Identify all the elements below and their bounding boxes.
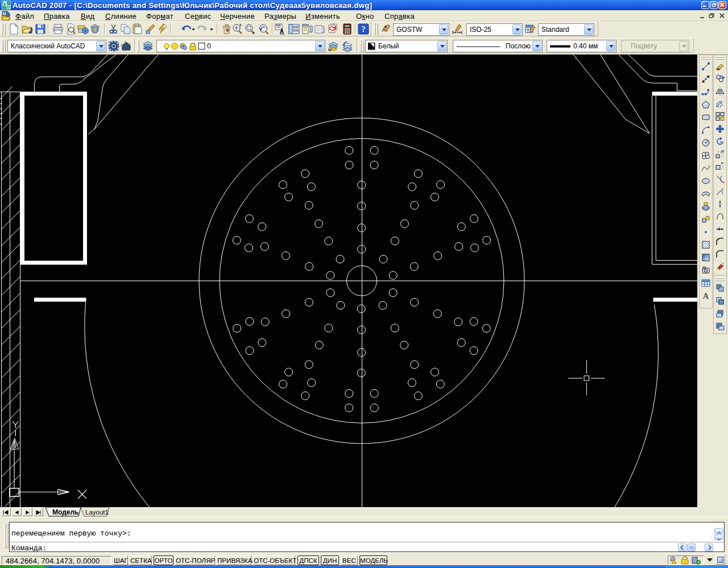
svg-text:Модель: Модель	[52, 508, 78, 516]
svg-text:Layout1: Layout1	[85, 509, 109, 516]
svg-text:?: ?	[362, 25, 366, 34]
svg-text:A: A	[703, 291, 709, 301]
